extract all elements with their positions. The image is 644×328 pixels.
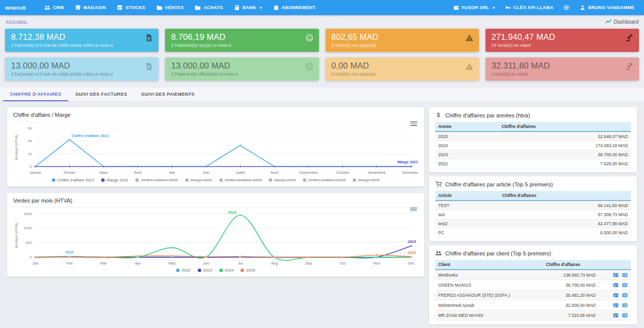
table-row: 2024174.283,18 MAD — [435, 141, 631, 150]
kpi-card-2-vente-s-non-pay-e-s[interactable]: 802,65 MAD 2 Vente(s) non payée(s) — [326, 29, 479, 52]
app-brand[interactable]: WINHUB — [5, 5, 26, 11]
svg-text:6k: 6k — [28, 126, 32, 130]
nav-item-label: BRUNO VANDAMME — [588, 5, 634, 10]
warning-icon — [465, 34, 473, 42]
svg-text:Feb: Feb — [66, 260, 73, 265]
nav-item-bank[interactable]: BANK▾ — [229, 0, 267, 15]
legend-marker — [219, 178, 223, 182]
legend-item-2025[interactable]: 2025 — [240, 268, 255, 273]
panel-ca-par-client: Chiffre d'affaires par client (Top 5 pre… — [429, 245, 637, 324]
legend-marker — [303, 178, 306, 182]
legend-item-2024[interactable]: 2024 — [219, 268, 234, 273]
svg-text:Mars: Mars — [100, 170, 108, 175]
person-icon — [580, 5, 586, 11]
row-label: test2 — [435, 219, 499, 228]
nav-right-gear-button[interactable] — [559, 0, 574, 15]
legend-item-chiffre-d-affaire-2023[interactable]: Chiffre d'affaire 2023 — [135, 178, 178, 182]
nav-right-cl-s-api-llama[interactable]: CLÉS API LLAMA — [501, 0, 558, 15]
row-value: 7.625,00 MAD — [499, 159, 631, 168]
dollar-icon — [435, 112, 442, 118]
row-value: 138.840,73 MAD — [543, 270, 599, 280]
nav-item-ventes[interactable]: VENTES — [152, 0, 189, 15]
row-label: ses — [435, 210, 499, 219]
legend-item-marge-2023[interactable]: Marge 2023 — [185, 178, 212, 182]
kpi-card-0-achat-s-non-pay-e-s[interactable]: 0,00 MAD 0 Achat(s) non payée(s) — [326, 57, 479, 81]
kpi-card-2-paiement-s-effectu-s-ce-mo[interactable]: 13.000,00 MAD 2 Paiement(s) effectué(s) … — [165, 57, 318, 81]
list-action-button[interactable] — [622, 282, 628, 288]
kpi-card-4-achat-s-en-retard[interactable]: 32.311,60 MAD 4 Achat(s) en retard — [486, 57, 639, 81]
chart-legend: Chiffre d'affaire 2022Marge 2022Chiffre … — [13, 178, 418, 182]
nav-right-bruno-vandamme[interactable]: BRUNO VANDAMME — [575, 0, 639, 15]
nav-item-magasin[interactable]: MAGASIN — [70, 0, 111, 15]
legend-label: 2023 — [203, 268, 212, 273]
nav-item-abonnement[interactable]: ABONNEMENT — [269, 0, 320, 15]
kpi-value: 0,00 MAD — [332, 61, 473, 71]
ca-marge-chart: 02k4k6kJanvierFévrierMarsAvrilMaiJuinJui… — [13, 122, 418, 177]
table-row: WinBooks138.840,73 MAD — [435, 270, 631, 280]
row-label: WinBooks — [435, 270, 543, 280]
list-action-button[interactable] — [622, 312, 628, 318]
data-table: ArticleChiffre d'affairesTEST69.141,60 M… — [435, 191, 631, 237]
svg-text:Montant (HTVA): Montant (HTVA) — [15, 223, 19, 248]
svg-text:Jun: Jun — [203, 260, 209, 265]
nav-item-crm[interactable]: CRM — [40, 0, 68, 15]
contact-action-button[interactable] — [613, 282, 619, 288]
nav-item-label: FUSOR SRL — [462, 5, 490, 10]
column-header: Chiffre d'affaires — [499, 122, 631, 132]
legend-item-marge-2024[interactable]: Marge 2024 — [269, 178, 296, 182]
store-icon — [75, 5, 81, 11]
row-label: 2023 — [435, 150, 499, 159]
svg-text:4k: 4k — [28, 139, 32, 143]
legend-item-chiffre-d-affaire-2024[interactable]: Chiffre d'affaire 2024 — [219, 178, 262, 182]
kpi-card-23-vente-s-en-retard[interactable]: 271.940,47 MAD 23 Vente(s) en retard — [486, 29, 639, 52]
legend-item-chiffre-d-affaire-2022[interactable]: Chiffre d'affaire 2022 — [52, 178, 95, 182]
kpi-card-2-facture-s-et-0-note-de-cr-[interactable]: 8.712,38 MAD 2 Facture(s) et 0 note de c… — [5, 29, 158, 52]
kpi-value: 13.000,00 MAD — [171, 61, 312, 71]
tab-suivi-des-paiements[interactable]: SUIVI DES PAIEMENTS — [134, 88, 202, 101]
svg-text:Août: Août — [271, 170, 279, 175]
kpi-caption: 2 Paiement(s) reçu(s) ce mois-ci — [171, 43, 312, 48]
legend-item-2023[interactable]: 2023 — [198, 268, 212, 273]
legend-item-marge-2025[interactable]: Marge 2025 — [353, 178, 380, 182]
contact-action-button[interactable] — [613, 302, 619, 308]
ventes-mois-chart: 050k100k150kJanFebMarAprMayJunJulAugSepO… — [13, 208, 418, 268]
caret-down-icon: ▾ — [493, 6, 495, 10]
svg-text:Marge 2022: Marge 2022 — [397, 160, 418, 164]
table-row: TEST69.141,60 MAD — [435, 201, 631, 210]
contact-action-button[interactable] — [613, 312, 619, 318]
chart-menu-button[interactable] — [410, 206, 417, 213]
data-table: AnnéeChiffre d'affaires202532.646,07 MAD… — [435, 122, 631, 168]
contact-action-button[interactable] — [613, 292, 619, 298]
tab-suivi-des-factures[interactable]: SUIVI DES FACTURES — [68, 88, 134, 101]
svg-text:100k: 100k — [24, 226, 32, 230]
kpi-card-2-facture-s-et-0-note-de-cr-[interactable]: 13.000,00 MAD 2 Facture(s) et 0 note de … — [5, 57, 158, 81]
panel-ca-par-article: Chiffre d'affaires par article (Top 5 pr… — [429, 176, 637, 241]
nav-right-fusor-srl[interactable]: FUSOR SRL▾ — [449, 0, 500, 15]
kpi-card-2-paiement-s-re-u-s-ce-mois-[interactable]: 8.706,19 MAD 2 Paiement(s) reçu(s) ce mo… — [165, 29, 318, 52]
legend-item-chiffre-d-affaire-2025[interactable]: Chiffre d'affaire 2025 — [303, 178, 346, 182]
tab-chiffre-d-affaires[interactable]: CHIFFRE D'AFFAIRES — [3, 88, 68, 101]
list-action-button[interactable] — [622, 292, 628, 298]
nav-item-stocks[interactable]: STOCKS — [112, 0, 149, 15]
svg-text:Juillet: Juillet — [235, 170, 246, 175]
list-action-button[interactable] — [622, 302, 628, 308]
svg-text:2025: 2025 — [408, 250, 416, 255]
row-label: PC — [435, 228, 499, 237]
legend-marker — [198, 269, 201, 272]
table-row: test242.477,88 MAD — [435, 219, 631, 228]
tables-column: Chiffre d'affaires par années (htva)Anné… — [429, 107, 637, 328]
legend-item-2022[interactable]: 2022 — [176, 268, 191, 273]
caret-down-icon: ▾ — [260, 6, 262, 10]
contact-action-button[interactable] — [613, 272, 619, 278]
row-label: MR ZIANI MED MAHDI — [435, 310, 543, 320]
breadcrumb-home-link[interactable]: ACCUEIL — [6, 19, 28, 25]
dashboard-link[interactable]: Dashboard — [605, 19, 638, 25]
legend-item-marge-2022[interactable]: Marge 2022 — [101, 178, 128, 182]
legend-marker — [176, 269, 180, 272]
list-action-button[interactable] — [622, 272, 628, 278]
nav-item-achats[interactable]: ACHATS — [190, 0, 227, 15]
kpi-row-1: 8.712,38 MAD 2 Facture(s) et 0 note de c… — [5, 29, 639, 52]
chart-menu-button[interactable] — [410, 120, 417, 127]
kpi-cards: 8.712,38 MAD 2 Facture(s) et 0 note de c… — [0, 29, 644, 81]
legend-label: Marge 2022 — [107, 178, 128, 182]
